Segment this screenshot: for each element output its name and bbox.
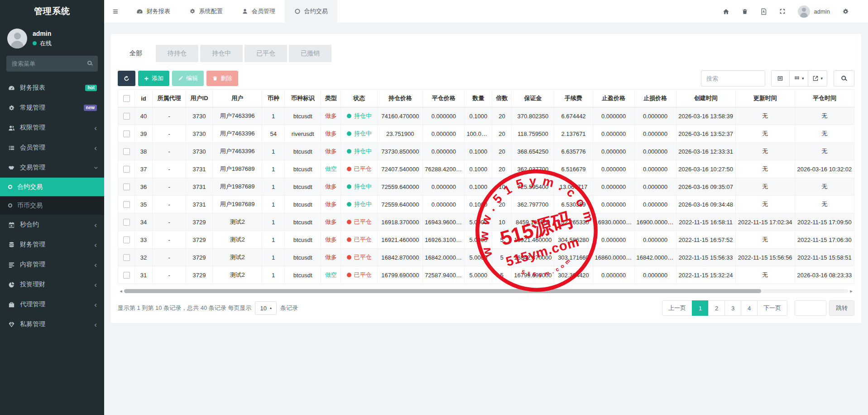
sidebar-submenu-item[interactable]: 合约交易 (0, 178, 104, 196)
column-header[interactable]: 止损价格 (634, 90, 676, 107)
table-search-input[interactable] (701, 70, 765, 87)
cell: 6.530359 (554, 196, 593, 213)
row-checkbox[interactable] (123, 236, 130, 243)
table-row[interactable]: 38 - 3730 用户7463396 1 btcusdt 做多 持仓中 737… (118, 143, 854, 160)
row-checkbox[interactable] (123, 130, 130, 137)
sidebar-menu-item[interactable]: 投资理财 ‹ (0, 275, 104, 294)
scrollbar-track[interactable] (124, 289, 848, 293)
sidebar-menu-item[interactable]: 内容管理 ‹ (0, 255, 104, 275)
topbar-user-menu[interactable]: admin (798, 5, 830, 18)
topbar-tab[interactable]: 系统配置 (180, 0, 232, 23)
column-header[interactable]: 所属代理 (153, 90, 186, 107)
fullscreen-icon[interactable] (779, 8, 786, 14)
pagination-button[interactable]: 上一页 (662, 300, 692, 316)
row-checkbox[interactable] (123, 219, 130, 226)
filter-tab[interactable]: 已平仓 (245, 45, 287, 62)
sidebar-menu-item[interactable]: 代理管理 ‹ (0, 294, 104, 314)
column-header[interactable]: 创建时间 (676, 90, 735, 107)
select-all-checkbox[interactable] (123, 95, 130, 102)
scrollbar-thumb[interactable] (124, 289, 761, 293)
column-header[interactable]: 类型 (321, 90, 341, 107)
column-header[interactable]: 手续费 (554, 90, 593, 107)
column-header[interactable]: 持仓价格 (378, 90, 423, 107)
columns-button[interactable]: ▾ (789, 70, 809, 87)
row-checkbox[interactable] (123, 254, 130, 261)
translate-icon[interactable]: A (760, 8, 767, 15)
table-row[interactable]: 36 - 3731 用户1987689 1 btcusdt 做多 持仓中 725… (118, 178, 854, 196)
pagination-button[interactable]: 3 (724, 300, 741, 316)
column-header[interactable]: 保证金 (512, 90, 554, 107)
pagination-button[interactable]: 下一页 (757, 300, 787, 316)
table-row[interactable]: 37 - 3731 用户1987689 1 btcusdt 做空 已平仓 724… (118, 160, 854, 178)
scroll-left-icon[interactable]: ◂ (118, 289, 124, 294)
row-checkbox[interactable] (123, 148, 130, 155)
page-jump-input[interactable] (795, 300, 826, 316)
filter-tab[interactable]: 待持仓 (156, 45, 198, 62)
table-row[interactable]: 34 - 3729 测试2 1 btcusdt 做多 已平仓 16918.370… (118, 213, 854, 231)
cell (118, 266, 135, 284)
table-row[interactable]: 33 - 3729 测试2 1 btcusdt 做多 已平仓 16921.460… (118, 231, 854, 249)
delete-button[interactable]: 删除 (206, 71, 238, 86)
scroll-right-icon[interactable]: ▸ (848, 289, 854, 294)
cell: 0.000000 (593, 178, 634, 196)
handshake-icon (7, 164, 15, 171)
table-row[interactable]: 31 - 3729 测试2 1 btcusdt 做空 已平仓 16799.690… (118, 266, 854, 284)
column-header[interactable]: 止盈价格 (593, 90, 634, 107)
pagination-button[interactable]: 1 (692, 300, 709, 316)
row-checkbox[interactable] (123, 113, 130, 120)
column-header[interactable]: 倍数 (492, 90, 512, 107)
search-icon[interactable] (87, 60, 93, 67)
search-button[interactable] (834, 70, 854, 87)
column-header[interactable]: 状态 (341, 90, 378, 107)
sidebar-submenu-item[interactable]: 币币交易 (0, 196, 104, 215)
refresh-button[interactable] (118, 71, 135, 86)
menu-toggle-icon[interactable]: ≡ (104, 0, 127, 23)
row-checkbox[interactable] (123, 201, 130, 208)
column-header[interactable]: 币种 (262, 90, 285, 107)
column-header[interactable]: 平仓时间 (795, 90, 854, 107)
table-row[interactable]: 32 - 3729 测试2 1 btcusdt 做多 已平仓 16842.870… (118, 249, 854, 266)
row-checkbox[interactable] (123, 166, 130, 173)
cell: 0.000000 (634, 143, 676, 160)
sidebar-menu-item[interactable]: 私募管理 ‹ (0, 314, 104, 334)
trash-icon[interactable] (742, 8, 748, 15)
column-header[interactable]: 币种标识 (285, 90, 321, 107)
settings-gears-icon[interactable] (842, 8, 849, 15)
column-header[interactable]: 用户ID (186, 90, 213, 107)
column-header[interactable]: 数量 (465, 90, 492, 107)
filter-tab[interactable]: 全部 (118, 43, 154, 64)
topbar-tab[interactable]: 会员管理 (232, 0, 285, 23)
sidebar-menu-item[interactable]: 财务报表 hot (0, 78, 104, 98)
column-header[interactable]: 平仓价格 (423, 90, 465, 107)
chevron-icon: ‹ (94, 144, 97, 152)
page-jump-button[interactable]: 跳转 (829, 300, 854, 316)
cell (118, 143, 135, 160)
detail-view-button[interactable] (771, 70, 790, 87)
export-button[interactable]: ▾ (808, 70, 827, 87)
sidebar-menu-item[interactable]: 常规管理 new (0, 98, 104, 118)
page-size-select[interactable]: 10 ▴ (255, 301, 276, 315)
home-icon[interactable] (723, 8, 729, 15)
edit-button[interactable]: 编辑 (172, 71, 204, 86)
table-row[interactable]: 39 - 3730 用户7463396 54 riverusdt 做多 持仓中 … (118, 125, 854, 143)
sidebar-menu-item[interactable]: 交易管理 ‹ (0, 158, 104, 178)
column-header[interactable]: id (135, 90, 153, 107)
filter-tab[interactable]: 持仓中 (200, 45, 243, 62)
pagination-button[interactable]: 4 (741, 300, 758, 316)
pagination-button[interactable]: 2 (708, 300, 725, 316)
table-row[interactable]: 35 - 3731 用户1987689 1 btcusdt 做多 持仓中 725… (118, 196, 854, 213)
column-header[interactable]: 更新时间 (735, 90, 795, 107)
sidebar-menu-item[interactable]: 会员管理 ‹ (0, 138, 104, 158)
table-row[interactable]: 40 - 3730 用户7463396 1 btcusdt 做多 持仓中 741… (118, 107, 854, 125)
row-checkbox[interactable] (123, 272, 130, 279)
filter-tab[interactable]: 已撤销 (289, 45, 331, 62)
column-header[interactable]: 用户 (213, 90, 262, 107)
topbar-tab[interactable]: 财务报表 (127, 0, 180, 23)
sidebar-menu-item[interactable]: 财务管理 ‹ (0, 235, 104, 255)
topbar-tab[interactable]: 合约交易 (285, 0, 337, 23)
sidebar-menu-item[interactable]: 秒合约 ‹ (0, 215, 104, 235)
row-checkbox[interactable] (123, 183, 130, 190)
sidebar-menu-item[interactable]: 权限管理 ‹ (0, 118, 104, 138)
sidebar-search-input[interactable] (6, 56, 98, 72)
add-button[interactable]: 添加 (138, 71, 169, 86)
